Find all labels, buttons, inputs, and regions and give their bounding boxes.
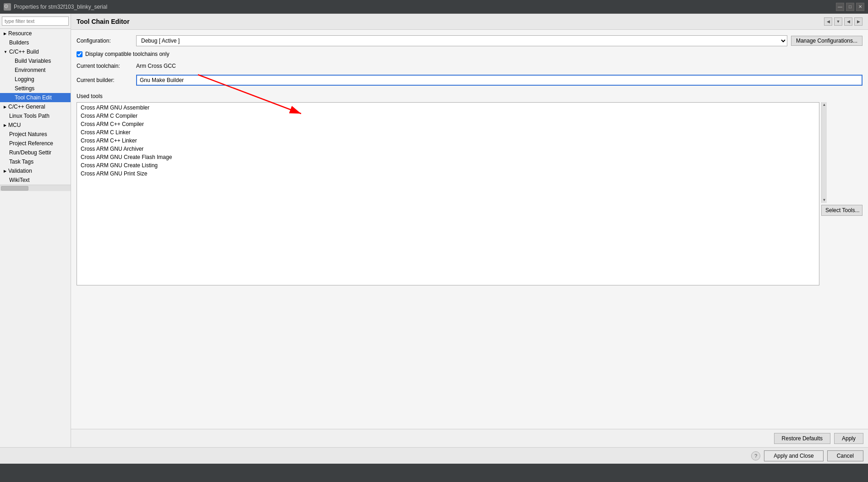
nav-forward-icon[interactable]: ▶ — [854, 17, 863, 26]
dialog-body: ▶ResourceBuilders▼C/C++ BuildBuild Varia… — [0, 14, 868, 447]
sidebar-item-resource[interactable]: ▶Resource — [0, 29, 71, 38]
content-wrapper: Tool Chain Editor ◀ ▼ ◀ ▶ Configuration:… — [71, 14, 868, 447]
sidebar-item-run-debug-settings[interactable]: Run/Debug Settir — [0, 148, 71, 157]
back-icon[interactable]: ◀ — [824, 17, 832, 26]
scroll-indicator: ▲ ▼ — [821, 102, 827, 203]
main-container: ▶ResourceBuilders▼C/C++ BuildBuild Varia… — [0, 14, 868, 464]
close-button[interactable]: ✕ — [856, 3, 864, 11]
filter-input[interactable] — [2, 16, 69, 26]
tool-item[interactable]: Cross ARM C Compiler — [77, 112, 819, 120]
title-bar: ⚙ Properties for stm32f103_blinky_serial… — [0, 0, 868, 14]
content-area: Configuration: Debug [ Active ] Manage C… — [71, 30, 868, 447]
current-toolchain-row: Current toolchain: Arm Cross GCC — [77, 63, 863, 69]
tool-item[interactable]: Cross ARM C Linker — [77, 128, 819, 137]
sidebar-item-label-run-debug-settings: Run/Debug Settir — [9, 149, 51, 156]
sidebar-item-label-builders: Builders — [9, 39, 29, 46]
sidebar-item-label-environment: Environment — [15, 67, 45, 73]
apply-close-button[interactable]: Apply and Close — [764, 450, 823, 461]
sidebar-item-project-reference[interactable]: Project Reference — [0, 139, 71, 148]
horizontal-scrollbar[interactable] — [0, 185, 71, 191]
title-bar-icon: ⚙ — [4, 3, 11, 11]
cancel-button[interactable]: Cancel — [827, 450, 863, 461]
current-toolchain-label: Current toolchain: — [77, 63, 136, 69]
sidebar-item-label-project-natures: Project Natures — [9, 131, 47, 137]
bottom-action-bar: Restore Defaults Apply — [71, 429, 868, 447]
current-builder-input[interactable] — [136, 75, 863, 86]
configuration-row: Configuration: Debug [ Active ] Manage C… — [77, 35, 863, 46]
sidebar-item-label-linux-tools-path: Linux Tools Path — [9, 113, 49, 119]
sidebar-item-label-settings: Settings — [15, 85, 34, 92]
sidebar-item-label-validation: Validation — [8, 168, 32, 174]
tool-item[interactable]: Cross ARM C++ Compiler — [77, 120, 819, 128]
sidebar-item-label-resource: Resource — [8, 30, 32, 37]
apply-button[interactable]: Apply — [834, 433, 863, 444]
sidebar-item-label-project-reference: Project Reference — [9, 140, 53, 147]
sidebar-arrow-mcu: ▶ — [4, 123, 6, 127]
scrollbar-thumb[interactable] — [1, 186, 28, 191]
tool-items-container: Cross ARM GNU AssemblerCross ARM C Compi… — [77, 104, 819, 178]
sidebar-item-label-mcu: MCU — [8, 122, 21, 128]
tool-item[interactable]: Cross ARM C++ Linker — [77, 137, 819, 145]
configuration-select[interactable]: Debug [ Active ] — [136, 35, 787, 46]
select-tools-button[interactable]: Select Tools... — [821, 205, 863, 216]
title-bar-controls: — □ ✕ — [836, 3, 864, 11]
maximize-button[interactable]: □ — [846, 3, 854, 11]
sidebar-arrow-cpp-build: ▼ — [4, 50, 7, 54]
sidebar-item-linux-tools-path[interactable]: Linux Tools Path — [0, 111, 71, 120]
tool-item[interactable]: Cross ARM GNU Create Listing — [77, 161, 819, 170]
sidebar-item-validation[interactable]: ▶Validation — [0, 166, 71, 175]
current-toolchain-value: Arm Cross GCC — [136, 63, 176, 69]
sidebar-item-wikitext[interactable]: WikiText — [0, 175, 71, 185]
sidebar-item-label-task-tags: Task Tags — [9, 159, 33, 165]
tools-right-panel: ▲ ▼ Select Tools... — [821, 102, 863, 285]
current-builder-label: Current builder: — [77, 77, 136, 83]
display-compatible-row: Display compatible toolchains only — [77, 51, 863, 57]
sidebar-item-settings[interactable]: Settings — [0, 84, 71, 93]
help-icon[interactable]: ? — [751, 451, 760, 460]
sidebar-item-label-wikitext: WikiText — [9, 177, 30, 183]
used-tools-section: Used tools Cross ARM GNU AssemblerCross … — [77, 93, 863, 285]
used-tools-container: Cross ARM GNU AssemblerCross ARM C Compi… — [77, 102, 863, 285]
manage-configurations-button[interactable]: Manage Configurations... — [791, 36, 863, 46]
sidebar-item-build-variables[interactable]: Build Variables — [0, 56, 71, 66]
page-title: Tool Chain Editor — [77, 18, 130, 25]
sidebar-item-mcu[interactable]: ▶MCU — [0, 120, 71, 130]
content-header: Tool Chain Editor ◀ ▼ ◀ ▶ — [71, 14, 868, 30]
current-builder-row: Current builder: — [77, 75, 863, 86]
used-tools-list: Cross ARM GNU AssemblerCross ARM C Compi… — [77, 102, 819, 285]
sidebar-item-project-natures[interactable]: Project Natures — [0, 130, 71, 139]
sidebar-item-environment[interactable]: Environment — [0, 66, 71, 75]
title-bar-title: Properties for stm32f103_blinky_serial — [14, 4, 836, 10]
tool-item[interactable]: Cross ARM GNU Assembler — [77, 104, 819, 112]
sidebar-items-container: ▶ResourceBuilders▼C/C++ BuildBuild Varia… — [0, 29, 71, 185]
display-compatible-label[interactable]: Display compatible toolchains only — [85, 51, 169, 57]
sidebar-arrow-cpp-general: ▶ — [4, 105, 6, 109]
sidebar-item-label-cpp-build: C/C++ Build — [9, 49, 39, 55]
sidebar-item-label-tool-chain-edit: Tool Chain Edit — [15, 94, 52, 101]
display-compatible-checkbox[interactable] — [77, 51, 82, 57]
sidebar-arrow-validation: ▶ — [4, 169, 6, 173]
tool-item[interactable]: Cross ARM GNU Archiver — [77, 145, 819, 153]
sidebar-item-logging[interactable]: Logging — [0, 75, 71, 84]
sidebar-item-label-logging: Logging — [15, 76, 34, 82]
sidebar-item-label-build-variables: Build Variables — [15, 58, 51, 64]
nav-back-icon[interactable]: ◀ — [844, 17, 852, 26]
sidebar-item-task-tags[interactable]: Task Tags — [0, 157, 71, 166]
sidebar-filter — [0, 14, 71, 29]
minimize-button[interactable]: — — [836, 3, 844, 11]
sidebar-arrow-resource: ▶ — [4, 32, 6, 36]
restore-defaults-button[interactable]: Restore Defaults — [774, 433, 830, 444]
content-body: Configuration: Debug [ Active ] Manage C… — [71, 30, 868, 429]
scroll-down-icon[interactable]: ▼ — [823, 198, 826, 202]
sidebar-item-builders[interactable]: Builders — [0, 38, 71, 47]
sidebar: ▶ResourceBuilders▼C/C++ BuildBuild Varia… — [0, 14, 71, 447]
sidebar-item-tool-chain-edit[interactable]: Tool Chain Edit — [0, 93, 71, 102]
sidebar-item-cpp-build[interactable]: ▼C/C++ Build — [0, 47, 71, 56]
sidebar-item-cpp-general[interactable]: ▶C/C++ General — [0, 102, 71, 111]
forward-icon[interactable]: ▼ — [834, 17, 842, 26]
tool-item[interactable]: Cross ARM GNU Create Flash Image — [77, 153, 819, 161]
tool-item[interactable]: Cross ARM GNU Print Size — [77, 170, 819, 178]
scroll-up-icon[interactable]: ▲ — [823, 103, 826, 107]
header-nav-icons: ◀ ▼ ◀ ▶ — [824, 17, 863, 26]
dialog-footer: ? Apply and Close Cancel — [0, 447, 868, 464]
